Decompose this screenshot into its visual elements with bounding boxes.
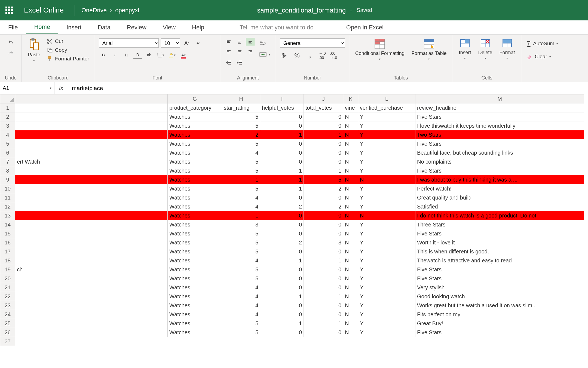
cell[interactable]: N (358, 175, 415, 184)
cell[interactable]: Y (358, 157, 415, 166)
cell[interactable]: Watches (168, 157, 222, 166)
cell[interactable]: 4 (222, 193, 260, 202)
row-header-2[interactable]: 2 (0, 112, 15, 121)
italic-button[interactable]: I (110, 51, 120, 59)
cell[interactable]: 0 (260, 220, 304, 229)
row-header-6[interactable]: 6 (0, 148, 15, 157)
cell[interactable] (15, 238, 168, 247)
cell[interactable]: N (343, 130, 358, 139)
cell[interactable]: Watches (168, 184, 222, 193)
cell[interactable] (15, 184, 168, 193)
cell[interactable]: Beautiful face, but cheap sounding links (415, 148, 584, 157)
cell[interactable]: Two Stars (415, 130, 584, 139)
cell[interactable]: 1 (260, 166, 304, 175)
cell[interactable]: Y (358, 238, 415, 247)
cell[interactable]: Y (358, 229, 415, 238)
cell[interactable]: N (343, 256, 358, 265)
cell[interactable]: N (343, 220, 358, 229)
cell[interactable]: 0 (260, 121, 304, 130)
cell[interactable] (15, 301, 168, 310)
number-format-select[interactable]: General (280, 38, 345, 48)
cell[interactable]: N (343, 211, 358, 220)
cell[interactable]: ch (15, 265, 168, 274)
cell[interactable] (15, 337, 584, 346)
fill-color-button[interactable]: ▾ (167, 51, 177, 59)
cell[interactable]: Fits perfect on my (415, 310, 584, 319)
cell[interactable]: 0 (260, 310, 304, 319)
row-header-15[interactable]: 15 (0, 229, 15, 238)
tab-data[interactable]: Data (90, 20, 118, 34)
row-header-10[interactable]: 10 (0, 184, 15, 193)
cell[interactable]: This is when different is good. (415, 247, 584, 256)
format-as-table-button[interactable]: Format as Table▾ (409, 37, 449, 62)
cell[interactable]: 0 (304, 148, 343, 157)
cell[interactable]: N (343, 175, 358, 184)
cell[interactable]: Watches (168, 310, 222, 319)
align-left-icon[interactable] (224, 48, 233, 56)
cell[interactable]: Y (358, 112, 415, 121)
cell[interactable]: I was about to buy this thinking it was … (415, 175, 584, 184)
delete-cells-button[interactable]: Delete▾ (476, 37, 495, 61)
cell[interactable]: Watches (168, 148, 222, 157)
cell[interactable]: 4 (222, 301, 260, 310)
cell[interactable]: Y (358, 265, 415, 274)
cell[interactable]: N (343, 121, 358, 130)
cell[interactable]: Y (358, 292, 415, 301)
align-middle-icon[interactable] (235, 38, 244, 46)
cell[interactable]: product_category (168, 103, 222, 112)
percent-button[interactable]: % (292, 51, 302, 60)
row-header-21[interactable]: 21 (0, 283, 15, 292)
comma-button[interactable]: , (305, 51, 315, 60)
cell[interactable]: 5 (222, 319, 260, 328)
cell[interactable]: 5 (222, 265, 260, 274)
copy-button[interactable]: Copy (45, 47, 91, 54)
cell[interactable]: 0 (304, 247, 343, 256)
cell[interactable]: 1 (260, 175, 304, 184)
cell[interactable]: N (343, 301, 358, 310)
cell[interactable]: 0 (304, 112, 343, 121)
cell[interactable]: star_rating (222, 103, 260, 112)
decrease-decimal-icon[interactable]: .00→.0 (330, 51, 338, 60)
cell[interactable]: N (343, 328, 358, 337)
cell[interactable]: No complaints (415, 157, 584, 166)
cell[interactable]: 1 (304, 256, 343, 265)
cell[interactable]: Y (358, 319, 415, 328)
cell[interactable]: Y (358, 301, 415, 310)
cell[interactable]: 0 (304, 265, 343, 274)
cell[interactable]: 1 (222, 175, 260, 184)
cell[interactable]: 5 (222, 238, 260, 247)
cell[interactable]: 5 (222, 157, 260, 166)
cell[interactable]: total_votes (304, 103, 343, 112)
cell[interactable]: Y (358, 310, 415, 319)
autosum-button[interactable]: ∑ AutoSum▾ (525, 39, 560, 48)
cell[interactable]: 5 (222, 229, 260, 238)
cell[interactable]: Watches (168, 112, 222, 121)
tab-insert[interactable]: Insert (58, 20, 90, 34)
cell[interactable]: Y (358, 274, 415, 283)
row-header-8[interactable]: 8 (0, 166, 15, 175)
cell[interactable]: Watches (168, 238, 222, 247)
cell[interactable]: 0 (304, 274, 343, 283)
cell[interactable]: Y (358, 283, 415, 292)
cell[interactable]: 0 (260, 139, 304, 148)
open-in-excel-button[interactable]: Open in Excel (335, 20, 394, 34)
cell[interactable]: N (343, 292, 358, 301)
cell[interactable]: 0 (260, 283, 304, 292)
cell[interactable]: Five Stars (415, 166, 584, 175)
bold-button[interactable]: B (99, 51, 108, 59)
strikethrough-button[interactable]: ab (145, 51, 154, 59)
row-header-5[interactable]: 5 (0, 139, 15, 148)
cell[interactable]: review_headline (415, 103, 584, 112)
cell[interactable] (15, 112, 168, 121)
format-cells-button[interactable]: Format▾ (497, 37, 517, 61)
align-right-icon[interactable] (246, 48, 255, 56)
cell[interactable] (15, 229, 168, 238)
cell[interactable] (15, 148, 168, 157)
cell[interactable]: N (343, 139, 358, 148)
cell[interactable]: 0 (304, 220, 343, 229)
fx-icon[interactable]: fx (54, 82, 68, 94)
row-header-20[interactable]: 20 (0, 274, 15, 283)
tab-help[interactable]: Help (184, 20, 212, 34)
cell[interactable]: Y (358, 121, 415, 130)
clear-button[interactable]: Clear▾ (525, 53, 553, 60)
